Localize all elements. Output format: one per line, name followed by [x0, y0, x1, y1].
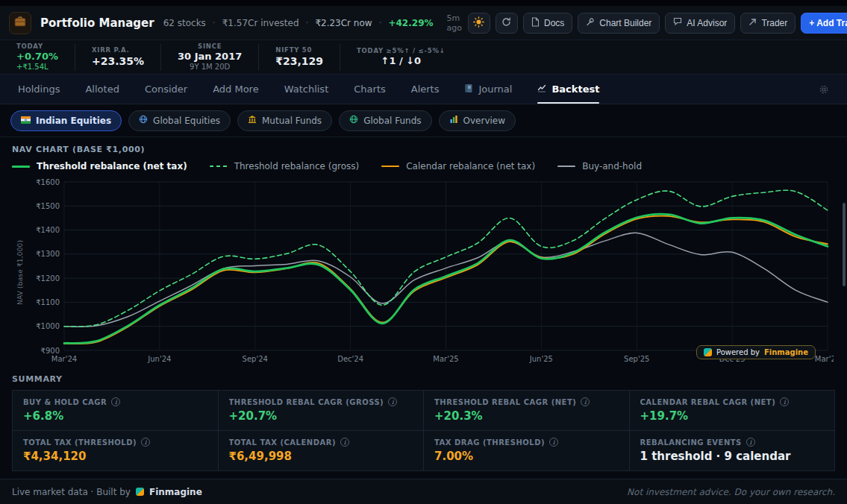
tab-label: Alerts	[411, 84, 440, 95]
ai-advisor-label: AI Advisor	[687, 18, 727, 28]
document-icon	[531, 17, 540, 29]
card-buy-hold-cagr: BUY & HOLD CAGRi +6.8%	[13, 391, 218, 430]
add-trade-label: + Add Trade	[809, 18, 847, 28]
filter-global-funds[interactable]: Global Funds	[339, 110, 431, 131]
tab-holdings[interactable]: Holdings	[18, 75, 60, 104]
refresh-button[interactable]	[496, 13, 518, 34]
app-header: Portfolio Manager 62 stocks · ₹1.57Cr in…	[0, 6, 847, 40]
filter-indian-equities[interactable]: Indian Equities	[10, 110, 122, 131]
card-label: CALENDAR REBAL CAGR (NET)	[640, 398, 776, 406]
nav-chart-plot: ₹900₹1000₹1100₹1200₹1300₹1400₹1500₹1600M…	[28, 177, 835, 367]
nav-chart-section: NAV CHART (BASE ₹1,000) Threshold rebala…	[0, 137, 847, 367]
tab-charts[interactable]: Charts	[354, 75, 386, 104]
asset-class-filters: Indian Equities Global Equities Mutual F…	[0, 104, 847, 137]
arrow-up-right-icon	[748, 18, 757, 28]
tab-add-more[interactable]: Add More	[213, 75, 259, 104]
window-top-strip	[0, 0, 847, 6]
info-icon[interactable]: i	[746, 438, 755, 447]
svg-text:₹1400: ₹1400	[36, 226, 60, 234]
legend-threshold-net: Threshold rebalance (net tax)	[12, 161, 187, 171]
trader-button[interactable]: Trader	[740, 13, 796, 34]
card-label: THRESHOLD REBAL CAGR (NET)	[434, 398, 576, 406]
ai-advisor-button[interactable]: AI Advisor	[665, 13, 735, 34]
last-updated: 5m ago	[447, 13, 462, 33]
filter-overview[interactable]: Overview	[439, 110, 516, 131]
stat-movers-label: TODAY ≥5%↑ / ≤-5%↓	[357, 47, 446, 54]
info-icon[interactable]: i	[111, 397, 120, 406]
india-flag-icon	[21, 116, 31, 126]
legend-calendar-net: Calendar rebalance (net tax)	[381, 161, 535, 171]
tab-label: Backtest	[551, 84, 599, 95]
stat-nifty-label: NIFTY 50	[275, 46, 323, 54]
stat-since-label: SINCE	[178, 42, 242, 50]
info-icon[interactable]: i	[549, 438, 558, 447]
finmagine-watermark[interactable]: Powered by Finmagine	[696, 345, 816, 359]
svg-text:₹900: ₹900	[41, 347, 60, 355]
tab-backtest[interactable]: Backtest	[537, 75, 599, 104]
filter-label: Indian Equities	[36, 116, 111, 126]
chart-builder-button[interactable]: Chart Builder	[578, 13, 660, 34]
card-value: +20.7%	[229, 409, 413, 423]
tab-alloted[interactable]: Alloted	[85, 75, 119, 104]
info-icon[interactable]: i	[388, 397, 397, 406]
stat-movers: TODAY ≥5%↑ / ≤-5%↓ ↑1 / ↓0	[340, 44, 462, 71]
finmagine-logo-icon	[704, 348, 712, 356]
theme-toggle-button[interactable]	[468, 13, 490, 34]
scrollbar[interactable]	[843, 203, 846, 286]
stat-since: SINCE 30 Jan 2017 9Y 1M 20D	[160, 44, 258, 71]
footer-brand[interactable]: Finmagine	[149, 487, 202, 497]
watermark-text: Powered by	[716, 348, 760, 356]
stat-today-label: TODAY	[16, 42, 58, 50]
stat-today-value: +0.70%	[16, 51, 58, 63]
filter-mutual-funds[interactable]: Mutual Funds	[237, 110, 332, 131]
tab-alerts[interactable]: Alerts	[411, 75, 440, 104]
tab-label: Alloted	[85, 84, 119, 95]
tab-label: Watchlist	[284, 84, 329, 95]
watermark-brand: Finmagine	[764, 348, 808, 356]
nav-chart-svg: ₹900₹1000₹1100₹1200₹1300₹1400₹1500₹1600M…	[28, 177, 834, 367]
stat-movers-value: ↑1 / ↓0	[381, 56, 421, 67]
legend-swatch	[557, 166, 575, 167]
tab-label: Charts	[354, 84, 386, 95]
settings-icon[interactable]	[819, 75, 829, 104]
current-value: ₹2.23Cr now	[315, 18, 372, 28]
legend-label: Calendar rebalance (net tax)	[406, 161, 535, 171]
separator-dot: ·	[379, 18, 382, 28]
info-icon[interactable]: i	[340, 438, 349, 447]
stat-today: TODAY +0.70% +₹1.54L	[6, 44, 75, 71]
card-rebalancing-events: REBALANCING EVENTSi 1 threshold · 9 cale…	[630, 431, 835, 470]
tab-label: Journal	[478, 84, 512, 95]
info-icon[interactable]: i	[141, 438, 150, 447]
filter-global-equities[interactable]: Global Equities	[128, 110, 231, 131]
tab-consider[interactable]: Consider	[145, 75, 187, 104]
app-logo	[9, 12, 31, 34]
card-label: THRESHOLD REBAL CAGR (GROSS)	[229, 398, 384, 406]
stats-bar: TODAY +0.70% +₹1.54L XIRR P.A. +23.35% S…	[0, 40, 847, 75]
info-icon[interactable]: i	[581, 397, 590, 406]
chat-bubble-icon	[673, 17, 682, 28]
trader-label: Trader	[761, 18, 787, 28]
svg-text:₹1100: ₹1100	[36, 298, 60, 306]
stat-nifty-value: ₹23,129	[275, 55, 323, 67]
globe-icon	[349, 115, 358, 126]
legend-label: Threshold rebalance (net tax)	[37, 161, 187, 171]
y-axis-label: NAV (base ₹1,000)	[12, 177, 28, 367]
filter-label: Global Funds	[363, 116, 421, 126]
card-value: ₹6,49,998	[229, 450, 413, 463]
filter-label: Global Equities	[153, 116, 220, 126]
info-icon[interactable]: i	[780, 397, 789, 406]
card-value: 7.00%	[434, 450, 619, 463]
footer-disclaimer: Not investment advice. Do your own resea…	[627, 487, 835, 497]
stat-nifty: NIFTY 50 ₹23,129	[258, 44, 340, 71]
separator-dot: ·	[306, 18, 309, 28]
card-total-tax-threshold: TOTAL TAX (THRESHOLD)i ₹4,34,120	[13, 431, 218, 470]
docs-button[interactable]: Docs	[523, 13, 572, 34]
bar-chart-icon	[449, 115, 458, 126]
stat-since-sub: 9Y 1M 20D	[178, 63, 242, 72]
card-calendar-cagr-net: CALENDAR REBAL CAGR (NET)i +19.7%	[630, 391, 835, 430]
tab-watchlist[interactable]: Watchlist	[284, 75, 329, 104]
tab-journal[interactable]: Journal	[464, 75, 512, 104]
backtest-chart-icon	[537, 84, 546, 95]
svg-text:Jun'25: Jun'25	[529, 355, 553, 363]
add-trade-button[interactable]: + Add Trade	[801, 13, 847, 34]
